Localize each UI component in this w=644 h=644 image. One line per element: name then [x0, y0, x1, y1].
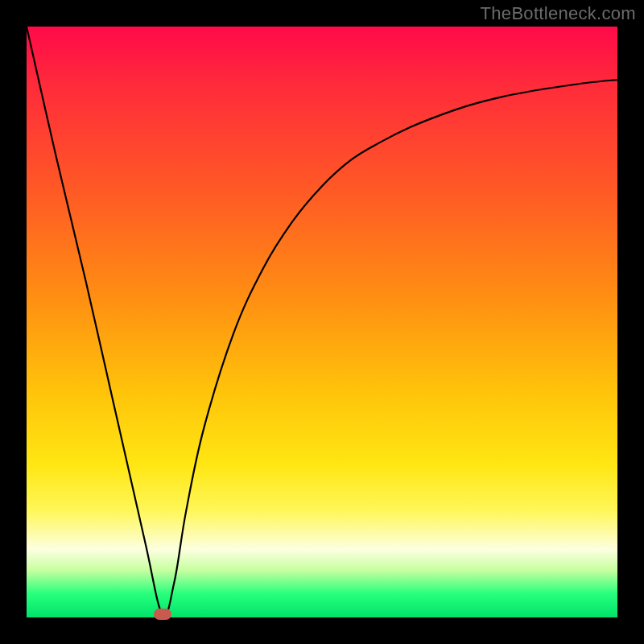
bottleneck-curve: [27, 27, 617, 617]
plot-area: [27, 27, 617, 617]
chart-frame: TheBottleneck.com: [0, 0, 644, 644]
minimum-marker: [154, 609, 171, 620]
watermark-text: TheBottleneck.com: [481, 3, 636, 24]
